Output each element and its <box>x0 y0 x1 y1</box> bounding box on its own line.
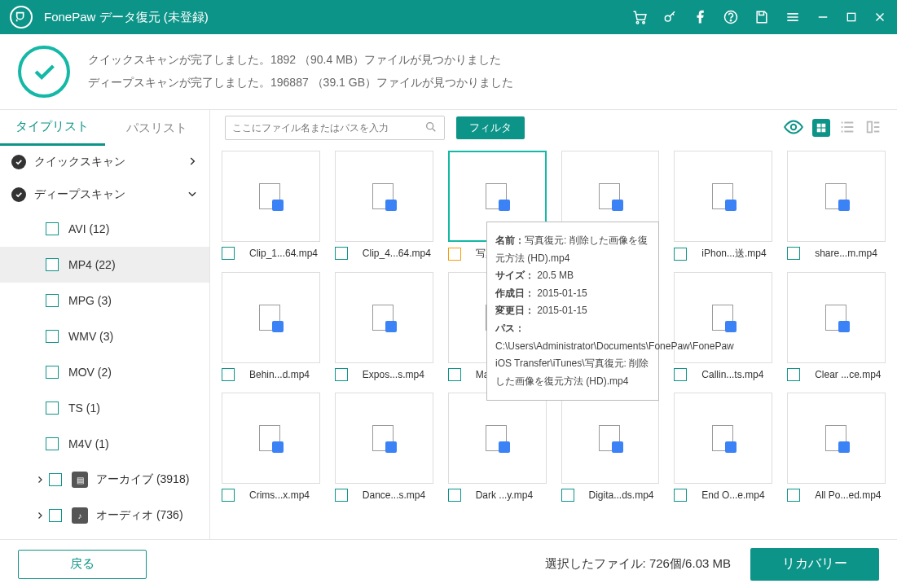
audio-icon: ♪ <box>72 507 88 524</box>
chevron-right-icon <box>31 511 49 520</box>
grid-view-icon[interactable] <box>812 119 830 137</box>
selection-text: 選択したファイル: 726個/6.03 MB <box>545 556 731 572</box>
tree-cat-audio[interactable]: ♪ オーディオ (736) <box>0 498 209 533</box>
maximize-icon[interactable] <box>845 11 858 24</box>
checkbox[interactable] <box>49 473 62 486</box>
file-item[interactable]: All Po...ed.mp4 <box>787 393 886 502</box>
tree-group-quick[interactable]: クイックスキャン <box>0 146 209 178</box>
checkbox[interactable] <box>46 258 59 271</box>
file-item[interactable]: Digita...ds.mp4 <box>561 393 660 502</box>
list-view-icon[interactable] <box>838 118 856 138</box>
file-name: Dance...s.mp4 <box>363 489 433 501</box>
checkbox[interactable] <box>222 247 235 260</box>
filter-button[interactable]: フィルタ <box>456 116 525 139</box>
tree-item[interactable]: WMV (3) <box>0 318 209 354</box>
checkbox[interactable] <box>448 248 461 261</box>
video-file-icon <box>712 425 735 451</box>
complete-check-icon <box>18 46 70 98</box>
status-panel: クイックスキャンが完了しました。1892 （90.4 MB）ファイルが見つかりま… <box>0 34 897 110</box>
close-icon[interactable] <box>873 10 887 24</box>
file-item[interactable]: Clip_1...64.mp4 <box>222 151 320 261</box>
tab-path-list[interactable]: パスリスト <box>105 110 210 146</box>
archive-icon: ▤ <box>72 472 88 488</box>
checkbox[interactable] <box>46 402 59 415</box>
file-name: Clip_1...64.mp4 <box>249 248 320 259</box>
file-item[interactable]: Dance...s.mp4 <box>335 393 433 502</box>
toolbar: フィルタ <box>210 110 897 146</box>
svg-point-6 <box>427 122 433 129</box>
tree-item[interactable]: MOV (2) <box>0 354 209 390</box>
tree-item[interactable]: TS (1) <box>0 390 209 426</box>
checkbox[interactable] <box>561 489 574 502</box>
facebook-icon[interactable] <box>693 10 708 24</box>
key-icon[interactable] <box>662 9 679 25</box>
checkbox[interactable] <box>448 489 461 502</box>
cart-icon[interactable] <box>631 9 648 25</box>
video-file-icon <box>372 425 395 451</box>
help-icon[interactable] <box>723 9 739 25</box>
tab-type-list[interactable]: タイプリスト <box>0 110 105 146</box>
file-item[interactable]: Clear ...ce.mp4 <box>787 272 886 381</box>
checkbox[interactable] <box>787 368 800 381</box>
checkbox[interactable] <box>787 247 800 260</box>
minimize-icon[interactable] <box>816 10 830 24</box>
checkbox[interactable] <box>46 294 59 307</box>
checkbox[interactable] <box>674 489 687 502</box>
file-name: Expos...s.mp4 <box>363 369 433 380</box>
checkbox[interactable] <box>787 489 800 502</box>
svg-rect-8 <box>817 124 821 128</box>
file-item[interactable]: Clip_4...64.mp4 <box>335 151 433 261</box>
checkbox[interactable] <box>46 437 59 450</box>
tree: クイックスキャン ディープスキャン AVI (12)MP4 (22)MPG (3… <box>0 146 209 539</box>
checkbox[interactable] <box>335 489 348 502</box>
file-item[interactable]: iPhon...送.mp4 <box>674 151 772 261</box>
menu-icon[interactable] <box>785 9 801 25</box>
file-item[interactable]: Behin...d.mp4 <box>222 272 320 381</box>
checkbox[interactable] <box>335 368 348 381</box>
file-item[interactable]: Dark ...y.mp4 <box>448 393 547 502</box>
checkbox[interactable] <box>335 247 348 260</box>
checkbox[interactable] <box>222 489 235 502</box>
video-file-icon <box>599 425 622 451</box>
tree-item[interactable]: MP4 (22) <box>0 247 209 283</box>
chevron-down-icon <box>187 188 198 202</box>
search-icon[interactable] <box>424 121 438 136</box>
file-name: Dark ...y.mp4 <box>476 489 547 501</box>
file-item[interactable]: Crims...x.mp4 <box>222 393 320 502</box>
tree-item[interactable]: AVI (12) <box>0 211 209 247</box>
file-tooltip: 名前：写真復元: 削除した画像を復元方法 (HD).mp4 サイズ： 20.5 … <box>486 222 659 401</box>
checkbox[interactable] <box>46 366 59 379</box>
file-name: iPhon...送.mp4 <box>701 247 772 261</box>
checkbox[interactable] <box>674 368 687 381</box>
checkbox[interactable] <box>46 330 59 343</box>
search-input[interactable] <box>232 122 424 134</box>
svg-point-2 <box>665 15 671 21</box>
video-file-icon <box>372 183 395 209</box>
checkbox[interactable] <box>674 248 687 261</box>
recover-button[interactable]: リカバリー <box>750 548 879 581</box>
file-name: Clear ...ce.mp4 <box>815 369 886 380</box>
checkbox[interactable] <box>46 222 59 235</box>
file-item[interactable]: End O...e.mp4 <box>674 393 772 502</box>
tree-item[interactable]: M4V (1) <box>0 426 209 462</box>
back-button[interactable]: 戻る <box>18 550 147 579</box>
file-item[interactable]: share...m.mp4 <box>787 151 886 261</box>
detail-view-icon[interactable] <box>864 118 882 138</box>
tree-cat-archive[interactable]: ▤ アーカイブ (3918) <box>0 462 209 498</box>
chevron-right-icon <box>187 156 198 169</box>
tree-item[interactable]: MPG (3) <box>0 283 209 318</box>
app-logo <box>10 6 33 29</box>
tree-group-deep[interactable]: ディープスキャン <box>0 178 209 211</box>
checkbox[interactable] <box>49 509 62 522</box>
checkbox[interactable] <box>222 368 235 381</box>
tree-group-label: ディープスキャン <box>34 187 125 202</box>
file-item[interactable]: Callin...ts.mp4 <box>674 272 772 381</box>
svg-rect-12 <box>868 121 873 132</box>
search-box <box>225 116 445 140</box>
checkbox[interactable] <box>448 368 461 381</box>
svg-rect-10 <box>817 129 821 133</box>
file-item[interactable]: Expos...s.mp4 <box>335 272 433 381</box>
preview-icon[interactable] <box>783 116 804 140</box>
tree-item-label: MPG (3) <box>68 294 112 307</box>
save-icon[interactable] <box>754 9 770 25</box>
